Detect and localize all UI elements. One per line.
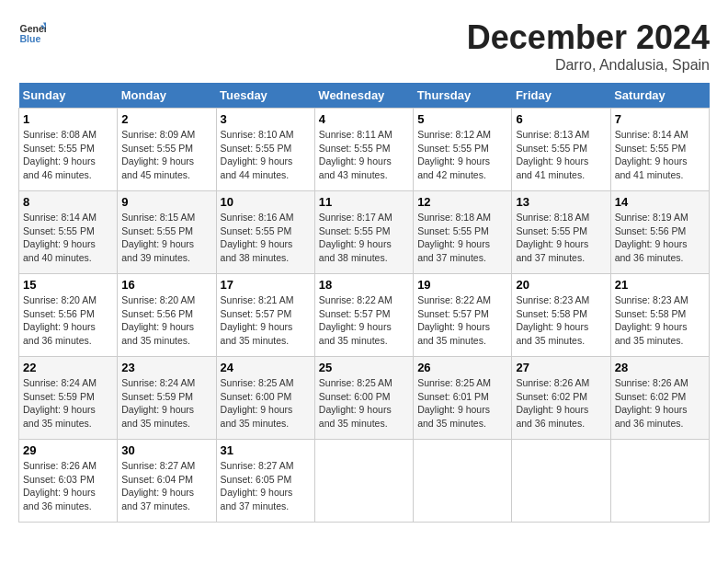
- day-number: 10: [221, 195, 311, 209]
- day-number: 24: [221, 361, 311, 374]
- day-info: Sunrise: 8:25 AMSunset: 6:00 PMDaylight:…: [319, 376, 409, 431]
- week-row-1: 1Sunrise: 8:08 AMSunset: 5:55 PMDaylight…: [19, 109, 710, 191]
- week-row-2: 8Sunrise: 8:14 AMSunset: 5:55 PMDaylight…: [19, 191, 710, 274]
- day-number: 9: [121, 195, 211, 209]
- day-info: Sunrise: 8:13 AMSunset: 5:55 PMDaylight:…: [516, 128, 606, 182]
- day-info: Sunrise: 8:08 AMSunset: 5:55 PMDaylight:…: [23, 128, 113, 182]
- day-number: 22: [23, 361, 113, 374]
- calendar-cell: 9Sunrise: 8:15 AMSunset: 5:55 PMDaylight…: [118, 191, 216, 274]
- month-title: December 2024: [467, 18, 710, 57]
- day-number: 28: [615, 361, 705, 374]
- weekday-header-sunday: Sunday: [19, 83, 118, 109]
- calendar-cell: 28Sunrise: 8:26 AMSunset: 6:02 PMDayligh…: [610, 357, 709, 440]
- calendar-cell: 6Sunrise: 8:13 AMSunset: 5:55 PMDaylight…: [512, 109, 610, 191]
- calendar-cell: [314, 440, 413, 523]
- day-number: 7: [615, 112, 705, 126]
- calendar-cell: 18Sunrise: 8:22 AMSunset: 5:57 PMDayligh…: [314, 274, 413, 357]
- week-row-5: 29Sunrise: 8:26 AMSunset: 6:03 PMDayligh…: [19, 440, 710, 523]
- day-info: Sunrise: 8:18 AMSunset: 5:55 PMDaylight:…: [417, 211, 507, 265]
- day-info: Sunrise: 8:21 AMSunset: 5:57 PMDaylight:…: [221, 293, 311, 348]
- day-info: Sunrise: 8:23 AMSunset: 5:58 PMDaylight:…: [516, 293, 606, 348]
- week-row-4: 22Sunrise: 8:24 AMSunset: 5:59 PMDayligh…: [19, 357, 710, 440]
- calendar-cell: 21Sunrise: 8:23 AMSunset: 5:58 PMDayligh…: [610, 274, 709, 357]
- weekday-header-monday: Monday: [118, 83, 216, 109]
- day-info: Sunrise: 8:10 AMSunset: 5:55 PMDaylight:…: [221, 128, 311, 182]
- day-number: 11: [319, 195, 409, 209]
- calendar-cell: 31Sunrise: 8:27 AMSunset: 6:05 PMDayligh…: [216, 440, 314, 523]
- day-info: Sunrise: 8:27 AMSunset: 6:04 PMDaylight:…: [121, 459, 211, 513]
- weekday-header-wednesday: Wednesday: [314, 83, 413, 109]
- calendar-cell: 25Sunrise: 8:25 AMSunset: 6:00 PMDayligh…: [314, 357, 413, 440]
- day-number: 20: [516, 278, 606, 292]
- calendar-cell: 11Sunrise: 8:17 AMSunset: 5:55 PMDayligh…: [314, 191, 413, 274]
- day-number: 13: [516, 195, 606, 209]
- location-subtitle: Darro, Andalusia, Spain: [467, 57, 710, 74]
- calendar-cell: [512, 440, 610, 523]
- weekday-header-thursday: Thursday: [414, 83, 512, 109]
- weekday-header-row: SundayMondayTuesdayWednesdayThursdayFrid…: [19, 83, 710, 109]
- calendar-cell: 22Sunrise: 8:24 AMSunset: 5:59 PMDayligh…: [19, 357, 118, 440]
- day-number: 2: [121, 112, 211, 126]
- calendar-cell: 27Sunrise: 8:26 AMSunset: 6:02 PMDayligh…: [512, 357, 610, 440]
- day-info: Sunrise: 8:19 AMSunset: 5:56 PMDaylight:…: [615, 211, 705, 265]
- calendar-cell: 4Sunrise: 8:11 AMSunset: 5:55 PMDaylight…: [314, 109, 413, 191]
- day-info: Sunrise: 8:09 AMSunset: 5:55 PMDaylight:…: [121, 128, 211, 182]
- calendar-cell: 20Sunrise: 8:23 AMSunset: 5:58 PMDayligh…: [512, 274, 610, 357]
- calendar-cell: 26Sunrise: 8:25 AMSunset: 6:01 PMDayligh…: [414, 357, 512, 440]
- day-info: Sunrise: 8:24 AMSunset: 5:59 PMDaylight:…: [121, 376, 211, 431]
- calendar-cell: 30Sunrise: 8:27 AMSunset: 6:04 PMDayligh…: [118, 440, 216, 523]
- calendar-cell: 13Sunrise: 8:18 AMSunset: 5:55 PMDayligh…: [512, 191, 610, 274]
- logo-icon: General Blue: [18, 18, 46, 46]
- day-info: Sunrise: 8:17 AMSunset: 5:55 PMDaylight:…: [319, 211, 409, 265]
- calendar-cell: 14Sunrise: 8:19 AMSunset: 5:56 PMDayligh…: [610, 191, 709, 274]
- day-number: 3: [221, 112, 311, 126]
- day-info: Sunrise: 8:20 AMSunset: 5:56 PMDaylight:…: [121, 293, 211, 348]
- day-info: Sunrise: 8:25 AMSunset: 6:01 PMDaylight:…: [417, 376, 507, 431]
- title-area: December 2024 Darro, Andalusia, Spain: [467, 18, 710, 74]
- day-number: 8: [23, 195, 113, 209]
- day-number: 31: [221, 443, 311, 457]
- page-header: General Blue December 2024 Darro, Andalu…: [18, 18, 710, 74]
- day-number: 15: [23, 278, 113, 292]
- day-info: Sunrise: 8:24 AMSunset: 5:59 PMDaylight:…: [23, 376, 113, 431]
- day-info: Sunrise: 8:16 AMSunset: 5:55 PMDaylight:…: [221, 211, 311, 265]
- weekday-header-saturday: Saturday: [610, 83, 709, 109]
- calendar-cell: 16Sunrise: 8:20 AMSunset: 5:56 PMDayligh…: [118, 274, 216, 357]
- day-number: 25: [319, 361, 409, 374]
- day-number: 27: [516, 361, 606, 374]
- day-info: Sunrise: 8:27 AMSunset: 6:05 PMDaylight:…: [221, 459, 311, 513]
- calendar-cell: [610, 440, 709, 523]
- logo: General Blue: [18, 18, 46, 46]
- weekday-header-friday: Friday: [512, 83, 610, 109]
- day-number: 17: [221, 278, 311, 292]
- day-number: 23: [121, 361, 211, 374]
- calendar-cell: 15Sunrise: 8:20 AMSunset: 5:56 PMDayligh…: [19, 274, 118, 357]
- calendar-cell: 8Sunrise: 8:14 AMSunset: 5:55 PMDaylight…: [19, 191, 118, 274]
- day-number: 19: [417, 278, 507, 292]
- day-info: Sunrise: 8:23 AMSunset: 5:58 PMDaylight:…: [615, 293, 705, 348]
- day-info: Sunrise: 8:15 AMSunset: 5:55 PMDaylight:…: [121, 211, 211, 265]
- calendar-cell: 5Sunrise: 8:12 AMSunset: 5:55 PMDaylight…: [414, 109, 512, 191]
- day-number: 16: [121, 278, 211, 292]
- weekday-header-tuesday: Tuesday: [216, 83, 314, 109]
- calendar-cell: 3Sunrise: 8:10 AMSunset: 5:55 PMDaylight…: [216, 109, 314, 191]
- day-number: 6: [516, 112, 606, 126]
- day-info: Sunrise: 8:11 AMSunset: 5:55 PMDaylight:…: [319, 128, 409, 182]
- day-info: Sunrise: 8:14 AMSunset: 5:55 PMDaylight:…: [615, 128, 705, 182]
- calendar-cell: 10Sunrise: 8:16 AMSunset: 5:55 PMDayligh…: [216, 191, 314, 274]
- day-info: Sunrise: 8:20 AMSunset: 5:56 PMDaylight:…: [23, 293, 113, 348]
- calendar-cell: 1Sunrise: 8:08 AMSunset: 5:55 PMDaylight…: [19, 109, 118, 191]
- day-info: Sunrise: 8:26 AMSunset: 6:02 PMDaylight:…: [516, 376, 606, 431]
- day-number: 26: [417, 361, 507, 374]
- day-number: 5: [417, 112, 507, 126]
- day-info: Sunrise: 8:22 AMSunset: 5:57 PMDaylight:…: [319, 293, 409, 348]
- day-info: Sunrise: 8:25 AMSunset: 6:00 PMDaylight:…: [221, 376, 311, 431]
- calendar-cell: 2Sunrise: 8:09 AMSunset: 5:55 PMDaylight…: [118, 109, 216, 191]
- day-info: Sunrise: 8:14 AMSunset: 5:55 PMDaylight:…: [23, 211, 113, 265]
- day-number: 12: [417, 195, 507, 209]
- day-number: 18: [319, 278, 409, 292]
- calendar-cell: 12Sunrise: 8:18 AMSunset: 5:55 PMDayligh…: [414, 191, 512, 274]
- day-number: 14: [615, 195, 705, 209]
- calendar-cell: 29Sunrise: 8:26 AMSunset: 6:03 PMDayligh…: [19, 440, 118, 523]
- day-info: Sunrise: 8:22 AMSunset: 5:57 PMDaylight:…: [417, 293, 507, 348]
